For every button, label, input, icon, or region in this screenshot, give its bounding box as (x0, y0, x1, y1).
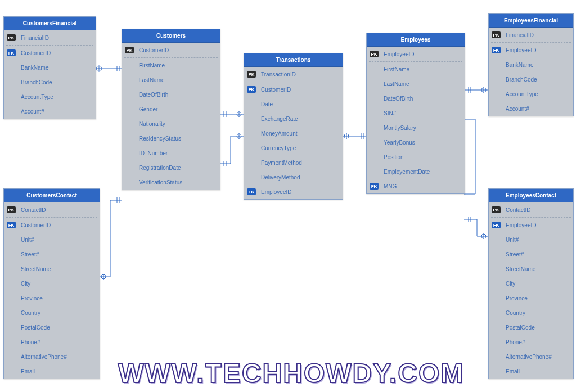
column-row: Email (4, 364, 100, 379)
column-row: Unit# (4, 232, 100, 247)
column-name: Country (19, 310, 97, 316)
entity-title: Customers (122, 29, 220, 43)
column-name: Date (259, 101, 340, 107)
column-row: ID_Number (122, 146, 220, 160)
entity-employees: Employees PKEmployeeIDFirstNameLastNameD… (366, 33, 465, 194)
column-row: FKMNG (367, 179, 465, 193)
column-row: StreetName (4, 262, 100, 276)
column-name: BankName (503, 62, 571, 68)
key-badge-slot: PK (4, 206, 19, 213)
primary-key-icon: PK (7, 206, 16, 213)
column-name: ContactID (19, 207, 97, 213)
column-row: Nationality (122, 116, 220, 131)
column-name: AccountType (19, 94, 93, 100)
primary-key-icon: PK (370, 51, 379, 57)
entity-employees-financial: EmployeesFinancial PKFinancialIDFKEmploy… (488, 13, 574, 116)
column-name: AlternativePhone# (503, 354, 571, 360)
column-row: FKCustomerID (4, 218, 100, 232)
column-row: FKEmployeeID (489, 43, 573, 57)
column-row: PKEmployeeID (367, 47, 465, 61)
column-row: ResidencyStatus (122, 131, 220, 146)
key-badge-slot: PK (122, 47, 137, 53)
column-name: AlternativePhone# (19, 354, 97, 360)
column-name: DateOfBirth (137, 92, 218, 98)
column-name: PostalCode (503, 325, 571, 331)
column-name: Province (503, 295, 571, 301)
key-badge-slot: FK (489, 47, 503, 53)
column-name: ContactID (503, 207, 571, 213)
column-name: Gender (137, 106, 218, 112)
column-name: BankName (19, 65, 93, 71)
column-name: EmployeeID (503, 222, 571, 228)
column-row: AlternativePhone# (489, 349, 573, 364)
column-row: FirstName (367, 62, 465, 76)
entity-title: EmployeesFinancial (489, 14, 573, 28)
column-row: PaymentMethod (244, 155, 343, 170)
column-name: CurrencyType (259, 145, 340, 151)
column-row: FirstName (122, 58, 220, 73)
column-row: City (4, 276, 100, 291)
foreign-key-icon: FK (247, 188, 256, 195)
entity-customers-contact: CustomersContact PKContactIDFKCustomerID… (3, 188, 100, 379)
column-row: CurrencyType (244, 141, 343, 155)
column-row: FKEmployeeID (244, 184, 343, 199)
watermark-text: WWW.TECHHOWDY.COM (118, 358, 464, 389)
column-name: Unit# (19, 237, 97, 243)
entity-title: CustomersContact (4, 189, 100, 202)
foreign-key-icon: FK (492, 222, 501, 228)
column-row: LastName (367, 76, 465, 91)
column-row: MontlySalary (367, 120, 465, 135)
column-row: PKContactID (4, 202, 100, 217)
column-row: Province (4, 291, 100, 305)
foreign-key-icon: FK (7, 49, 16, 56)
column-row: PostalCode (489, 320, 573, 335)
key-badge-slot: FK (4, 49, 19, 56)
column-row: PKTransactionID (244, 67, 343, 82)
column-row: Date (244, 97, 343, 111)
column-name: CustomerID (19, 222, 97, 228)
entity-customers: Customers PKCustomerIDFirstNameLastNameD… (122, 29, 220, 190)
column-name: ID_Number (137, 150, 218, 156)
key-badge-slot: PK (244, 71, 259, 78)
foreign-key-icon: FK (370, 183, 379, 190)
column-name: VerificationStatus (137, 179, 218, 186)
entity-employees-contact: EmployeesContact PKContactIDFKEmployeeID… (488, 188, 574, 379)
column-row: BankName (489, 57, 573, 72)
column-row: Street# (489, 247, 573, 262)
column-name: RegistrationDate (137, 165, 218, 171)
column-row: MoneyAmount (244, 126, 343, 141)
column-name: Phone# (503, 339, 571, 345)
column-row: SIN# (367, 106, 465, 120)
primary-key-icon: PK (492, 206, 501, 213)
column-row: Country (489, 305, 573, 320)
column-row: DateOfBirth (122, 87, 220, 102)
column-name: Street# (503, 251, 571, 258)
column-row: Email (489, 364, 573, 379)
column-row: AccountType (489, 87, 573, 101)
key-badge-slot: PK (489, 206, 503, 213)
column-row: DeliveryMethod (244, 170, 343, 184)
column-row: Account# (4, 104, 96, 119)
column-name: CustomerID (137, 47, 218, 53)
column-name: Email (503, 368, 571, 375)
column-row: Unit# (489, 232, 573, 247)
entity-title: Transactions (244, 53, 343, 67)
key-badge-slot: PK (4, 34, 19, 41)
foreign-key-icon: FK (492, 47, 501, 53)
column-name: LastName (137, 77, 218, 83)
column-name: AccountType (503, 91, 571, 97)
column-row: VerificationStatus (122, 175, 220, 190)
column-name: EmployeeID (259, 189, 340, 195)
column-row: Account# (489, 101, 573, 116)
column-name: EmployementDate (381, 169, 462, 175)
column-row: PostalCode (4, 320, 100, 335)
column-name: EmployeeID (381, 51, 462, 57)
column-name: Street# (19, 251, 97, 258)
column-row: ExchangeRate (244, 111, 343, 126)
key-badge-slot: PK (489, 31, 503, 38)
column-row: PKFinancialID (489, 28, 573, 42)
column-name: MontlySalary (381, 125, 462, 131)
column-name: EmployeeID (503, 47, 571, 53)
key-badge-slot: FK (244, 188, 259, 195)
column-name: FirstName (381, 66, 462, 73)
